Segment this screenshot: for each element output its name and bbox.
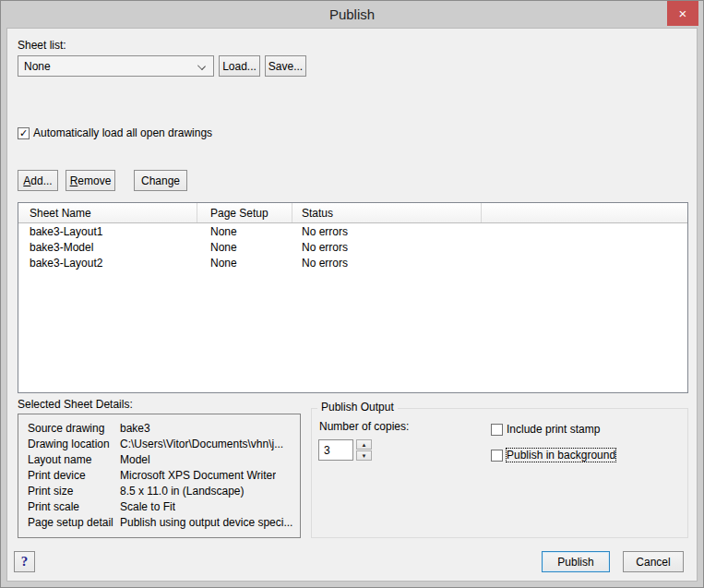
copies-input[interactable]: 3 <box>318 439 353 461</box>
remove-button-label: Remove <box>70 174 112 187</box>
publish-in-background-checkbox[interactable] <box>491 450 503 462</box>
cell-empty <box>482 223 687 239</box>
publish-output-title: Publish Output <box>317 401 398 414</box>
chevron-down-icon <box>197 62 206 70</box>
cell-sheet-name: bake3-Layout1 <box>18 223 197 239</box>
detail-row: Print device Microsoft XPS Document Writ… <box>18 467 300 483</box>
sheet-list-selected-value: None <box>24 60 51 73</box>
detail-row: Print size 8.5 x 11.0 in (Landscape) <box>18 483 300 498</box>
auto-load-checkbox[interactable]: ✓ <box>18 127 30 139</box>
include-print-stamp-label: Include print stamp <box>507 423 600 436</box>
detail-value: Microsoft XPS Document Writer <box>120 469 276 482</box>
load-button-label: Load... <box>222 60 257 73</box>
titlebar[interactable]: Publish <box>1 1 703 28</box>
table-row[interactable]: bake3-Layout1 None No errors <box>18 223 687 239</box>
cancel-button-label: Cancel <box>636 556 670 569</box>
column-header-status[interactable]: Status <box>292 203 482 222</box>
dialog-content: Sheet list: None Load... Save... ✓ Autom… <box>6 28 698 582</box>
copies-value: 3 <box>324 444 330 457</box>
change-button[interactable]: Change <box>134 170 187 191</box>
detail-label: Print size <box>28 485 120 498</box>
publish-in-background-row[interactable]: Publish in background <box>491 449 615 462</box>
help-button[interactable]: ? <box>14 551 35 572</box>
arrow-up-icon: ▲ <box>362 442 367 448</box>
detail-row: Source drawing bake3 <box>18 420 300 436</box>
detail-row: Drawing location C:\Users\Vitor\Document… <box>18 436 300 451</box>
checkmark-icon: ✓ <box>19 128 28 138</box>
sheet-list-combobox[interactable]: None <box>18 55 214 77</box>
sheet-table: Sheet Name Page Setup Status bake3-Layou… <box>18 202 688 393</box>
quantity-stepper: ▲ ▼ <box>356 439 372 461</box>
detail-value: Publish using output device speci... <box>120 516 292 529</box>
sheet-table-header: Sheet Name Page Setup Status <box>18 203 687 223</box>
auto-load-checkbox-row[interactable]: ✓ Automatically load all open drawings <box>18 126 212 139</box>
help-icon: ? <box>21 554 29 570</box>
detail-value: Scale to Fit <box>120 500 175 513</box>
remove-button[interactable]: Remove <box>66 170 115 191</box>
publish-in-background-label: Publish in background <box>507 449 615 462</box>
column-header-sheet-name[interactable]: Sheet Name <box>18 203 197 222</box>
spin-up-button[interactable]: ▲ <box>356 439 372 450</box>
publish-button[interactable]: Publish <box>542 551 610 572</box>
publish-button-label: Publish <box>557 556 593 569</box>
detail-value: Model <box>120 453 150 466</box>
detail-label: Layout name <box>28 453 120 466</box>
details-title: Selected Sheet Details: <box>18 398 133 411</box>
table-row[interactable]: bake3-Model None No errors <box>18 239 687 255</box>
column-header-empty[interactable] <box>482 203 687 222</box>
table-row[interactable]: bake3-Layout2 None No errors <box>18 255 687 270</box>
cell-empty <box>482 255 687 270</box>
detail-value: C:\Users\Vitor\Documents\vhn\j... <box>120 438 283 450</box>
cell-sheet-name: bake3-Layout2 <box>18 255 197 270</box>
publish-dialog: Publish × Sheet list: None Load... Save.… <box>0 0 704 588</box>
cell-status: No errors <box>292 255 482 270</box>
detail-label: Print device <box>28 469 120 482</box>
add-button[interactable]: Add... <box>18 170 58 191</box>
arrow-down-icon: ▼ <box>362 453 367 459</box>
load-button[interactable]: Load... <box>219 55 260 77</box>
change-button-label: Change <box>141 174 180 187</box>
copies-label: Number of copies: <box>319 420 409 433</box>
cell-sheet-name: bake3-Model <box>18 239 197 255</box>
spin-down-button[interactable]: ▼ <box>356 450 372 461</box>
publish-output-group: Publish Output Number of copies: 3 ▲ ▼ I… <box>311 408 688 538</box>
detail-row: Print scale Scale to Fit <box>18 498 300 514</box>
detail-label: Page setup detail <box>28 516 120 529</box>
column-header-page-setup[interactable]: Page Setup <box>197 203 292 222</box>
close-button[interactable]: × <box>667 1 698 26</box>
cell-page-setup: None <box>197 223 292 239</box>
save-button[interactable]: Save... <box>265 55 306 77</box>
detail-value: 8.5 x 11.0 in (Landscape) <box>120 485 245 498</box>
detail-row: Page setup detail Publish using output d… <box>18 514 300 530</box>
detail-label: Drawing location <box>28 438 120 450</box>
cancel-button[interactable]: Cancel <box>623 551 684 572</box>
cell-page-setup: None <box>197 255 292 270</box>
sheet-list-label: Sheet list: <box>18 39 66 52</box>
detail-value: bake3 <box>120 422 150 435</box>
detail-label: Source drawing <box>28 422 120 435</box>
cell-status: No errors <box>292 223 482 239</box>
include-print-stamp-checkbox[interactable] <box>491 424 503 436</box>
save-button-label: Save... <box>268 60 303 73</box>
detail-row: Layout name Model <box>18 451 300 467</box>
dialog-title: Publish <box>329 6 375 22</box>
cell-empty <box>482 239 687 255</box>
cell-page-setup: None <box>197 239 292 255</box>
details-panel: Source drawing bake3 Drawing location C:… <box>18 414 301 538</box>
close-icon: × <box>679 6 687 21</box>
auto-load-label: Automatically load all open drawings <box>33 126 212 139</box>
detail-label: Print scale <box>28 500 120 513</box>
cell-status: No errors <box>292 239 482 255</box>
include-print-stamp-row[interactable]: Include print stamp <box>491 423 600 436</box>
add-button-label: Add... <box>23 174 52 187</box>
